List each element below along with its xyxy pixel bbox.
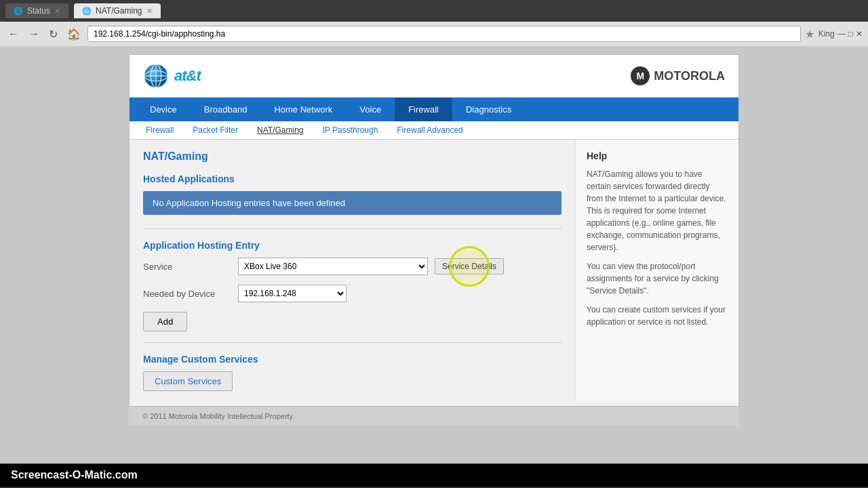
device-controls: 192.168.1.248 [238, 285, 347, 302]
content-area: NAT/Gaming Hosted Applications No Applic… [130, 140, 738, 402]
site-header: at&t M MOTOROLA [130, 55, 738, 98]
close-window-button[interactable]: ✕ [856, 29, 863, 39]
tab-status[interactable]: 🌐 Status ✕ [5, 3, 68, 18]
user-label: King [818, 29, 835, 39]
help-paragraph-2: You can view the protocol/port assignmen… [587, 260, 728, 297]
section-divider-1 [143, 228, 561, 229]
motorola-brand-text: MOTOROLA [654, 69, 725, 83]
user-area: King — □ ✕ [818, 29, 863, 39]
tab-nat-close[interactable]: ✕ [146, 7, 153, 16]
browser-toolbar: ← → ↻ 🏠 ★ King — □ ✕ [0, 22, 868, 46]
forward-button[interactable]: → [26, 26, 42, 41]
subnav-ip-passthrough[interactable]: IP Passthrough [313, 121, 388, 139]
custom-services-title: Manage Custom Services [143, 354, 561, 365]
home-button[interactable]: 🏠 [64, 26, 83, 42]
maximize-button[interactable]: □ [848, 29, 853, 39]
section-divider-2 [143, 342, 561, 343]
help-panel: Help NAT/Gaming allows you to have certa… [576, 140, 738, 402]
motorola-logo: M MOTOROLA [631, 66, 725, 85]
att-sphere-icon [143, 63, 169, 89]
footer: © 2011 Motorola Mobility Intellectual Pr… [129, 407, 739, 426]
att-logo: at&t [143, 63, 201, 89]
subnav-firewall[interactable]: Firewall [136, 121, 183, 139]
page-background: at&t M MOTOROLA Device Broadband Home Ne… [0, 46, 868, 464]
sub-navigation: Firewall Packet Filter NAT/Gaming IP Pas… [130, 121, 738, 140]
bookmark-icon[interactable]: ★ [805, 28, 814, 41]
reload-button[interactable]: ↻ [46, 26, 60, 42]
back-button[interactable]: ← [5, 26, 22, 41]
no-entries-message: No Application Hosting entries have been… [143, 191, 561, 215]
add-button-row: Add [143, 312, 561, 331]
help-paragraph-1: NAT/Gaming allows you to have certain se… [587, 168, 728, 253]
minimize-button[interactable]: — [837, 29, 846, 39]
tab-status-label: Status [27, 6, 50, 16]
browser-titlebar: 🌐 Status ✕ 🌐 NAT/Gaming ✕ [0, 0, 868, 22]
page-title: NAT/Gaming [143, 150, 561, 163]
tab-nat-gaming[interactable]: 🌐 NAT/Gaming ✕ [74, 3, 160, 18]
nav-diagnostics[interactable]: Diagnostics [452, 98, 525, 121]
nav-firewall[interactable]: Firewall [395, 98, 452, 121]
main-navigation: Device Broadband Home Network Voice Fire… [130, 98, 738, 121]
app-hosting-title: Application Hosting Entry [143, 240, 561, 251]
screencast-label: Screencast-O-Matic.com [11, 469, 138, 481]
tab-nat-icon: 🌐 [82, 7, 92, 16]
nav-voice[interactable]: Voice [346, 98, 395, 121]
custom-services-button[interactable]: Custom Services [143, 371, 233, 391]
device-select[interactable]: 192.168.1.248 [238, 285, 347, 302]
add-button[interactable]: Add [143, 312, 187, 331]
service-controls: XBox Live 360 Service Details [238, 258, 504, 275]
service-select[interactable]: XBox Live 360 [238, 258, 428, 275]
device-row: Needed by Device 192.168.1.248 [143, 285, 561, 302]
tab-status-close[interactable]: ✕ [54, 7, 60, 16]
nav-home-network[interactable]: Home Network [260, 98, 346, 121]
hosted-apps-title: Hosted Applications [143, 174, 561, 184]
nav-device[interactable]: Device [136, 98, 191, 121]
address-bar[interactable] [87, 26, 801, 42]
tab-nat-label: NAT/Gaming [96, 6, 142, 16]
att-brand-text: at&t [174, 67, 201, 85]
subnav-packet-filter[interactable]: Packet Filter [183, 121, 248, 139]
page-footer-area: © 2011 Motorola Mobility Intellectual Pr… [0, 407, 868, 426]
main-container: at&t M MOTOROLA Device Broadband Home Ne… [129, 54, 739, 407]
service-details-wrap: Service Details [435, 258, 504, 274]
service-row: Service XBox Live 360 Service Details [143, 258, 561, 275]
service-label: Service [143, 262, 238, 272]
main-content: NAT/Gaming Hosted Applications No Applic… [130, 140, 576, 402]
help-paragraph-3: You can create custom services if your a… [587, 304, 728, 328]
subnav-firewall-advanced[interactable]: Firewall Advanced [387, 121, 472, 139]
nav-broadband[interactable]: Broadband [191, 98, 261, 121]
device-label: Needed by Device [143, 289, 238, 299]
help-title: Help [587, 150, 728, 161]
motorola-icon: M [631, 66, 650, 85]
copyright-text: © 2011 Motorola Mobility Intellectual Pr… [142, 412, 294, 420]
subnav-nat-gaming[interactable]: NAT/Gaming [248, 121, 313, 139]
tab-status-icon: 🌐 [14, 7, 23, 16]
service-details-button[interactable]: Service Details [435, 258, 504, 274]
screencast-bar: Screencast-O-Matic.com [0, 464, 868, 487]
